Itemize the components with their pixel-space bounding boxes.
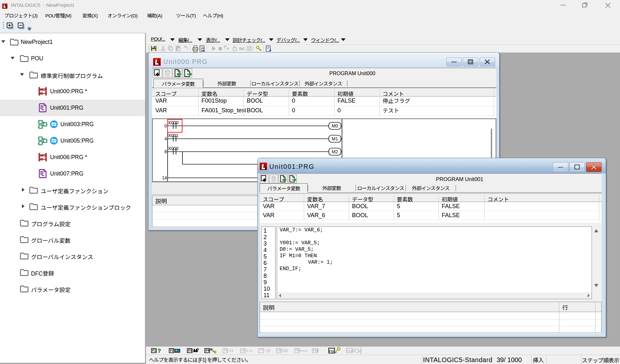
svg-text:F3: F3 [188,349,192,352]
svg-text:F6: F6 [242,349,245,352]
svg-text:X000: X000 [168,146,179,151]
svg-text:X000: X000 [168,120,179,125]
svg-text:F2: F2 [170,349,174,352]
svg-text:0: 0 [164,123,167,128]
svg-text:F7: F7 [260,349,264,352]
svg-text:8: 8 [164,149,167,154]
svg-text:F1: F1 [152,349,156,352]
svg-text:F11: F11 [329,349,334,353]
svg-text:4: 4 [164,136,167,141]
svg-text:F8: F8 [277,349,281,352]
svg-text:CALC: CALC [300,349,308,352]
svg-text:M2: M2 [332,149,338,154]
svg-text:M0: M0 [332,123,338,128]
svg-text:F10: F10 [313,349,319,352]
svg-text:F9: F9 [295,349,299,352]
svg-text:14: 14 [162,175,167,180]
svg-text:M1: M1 [332,136,338,141]
svg-text:?: ? [158,348,161,354]
svg-text:F12: F12 [347,349,352,352]
svg-text:X001: X001 [168,133,179,138]
svg-text:F4: F4 [206,349,210,352]
svg-text:F5: F5 [224,349,228,352]
